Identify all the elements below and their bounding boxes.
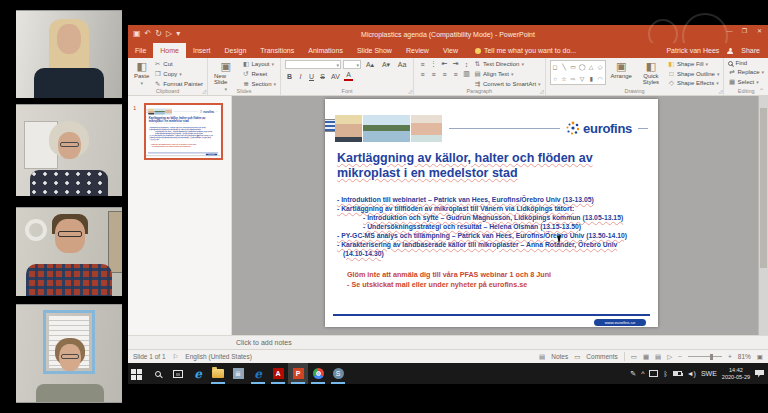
participant-video-2[interactable] — [16, 104, 122, 196]
notes-toggle[interactable]: Notes — [551, 353, 568, 360]
edge-icon[interactable]: e — [188, 363, 208, 384]
select-button[interactable]: ▦Select▾ — [728, 78, 764, 86]
shape-glyph[interactable]: ╲ — [560, 61, 569, 73]
slide-title[interactable]: Kartläggning av källor, halter och flöde… — [337, 151, 639, 181]
format-painter-button[interactable]: ✎Format Painter — [154, 80, 203, 88]
collapse-ribbon-button[interactable]: ⌃ — [759, 87, 764, 94]
decrease-font-button[interactable]: A▾ — [379, 61, 393, 69]
zoom-in-button[interactable]: + — [728, 353, 732, 360]
share-button[interactable]: Share — [741, 47, 760, 54]
powerpoint-icon[interactable]: P — [288, 363, 308, 384]
slide-thumbnail[interactable]: eurofins Kartläggning av källor, halter … — [144, 103, 223, 160]
shape-glyph[interactable]: ◻ — [551, 61, 560, 73]
comments-toggle[interactable]: Comments — [586, 353, 617, 360]
language-indicator[interactable]: SWE — [701, 370, 717, 378]
participant-video-1[interactable] — [16, 10, 122, 98]
edge-blue-icon[interactable]: e — [248, 363, 268, 384]
tab-slide-show[interactable]: Slide Show — [350, 43, 399, 58]
shape-glyph[interactable]: ▭ — [569, 61, 578, 73]
start-icon[interactable] — [128, 363, 148, 384]
shapes-gallery[interactable]: ◻ ╲ ▭ ◯ △ ◇ ○ ☆ — [550, 60, 606, 85]
increase-indent-button[interactable]: ⇥ — [451, 60, 460, 68]
copy-button[interactable]: ❐Copy▾ — [154, 70, 203, 78]
shape-glyph[interactable]: ○ — [551, 73, 560, 85]
show-hidden-icons-chevron[interactable]: ^ — [641, 370, 644, 378]
minimize-button[interactable]: — — [723, 26, 736, 37]
vertical-scrollbar[interactable] — [758, 96, 768, 335]
find-button[interactable]: Find — [728, 60, 764, 66]
tab-design[interactable]: Design — [217, 43, 253, 58]
align-center-button[interactable]: ≡ — [429, 71, 438, 78]
layout-button[interactable]: ◧Layout▾ — [243, 60, 277, 68]
shape-glyph[interactable]: △ — [587, 61, 596, 73]
shape-glyph[interactable]: ◠ — [596, 73, 605, 85]
zoom-slider[interactable] — [688, 356, 722, 357]
fit-to-window-button[interactable]: ▣ — [757, 353, 763, 361]
slide-show-button[interactable]: ▷ — [667, 353, 672, 361]
pen-icon[interactable]: ✎ — [630, 370, 636, 378]
tab-view[interactable]: View — [436, 43, 465, 58]
shape-effects-button[interactable]: ◇Shape Effects▾ — [668, 79, 720, 87]
align-text-button[interactable]: ▤Align Text▾ — [474, 70, 541, 78]
taskbar-clock[interactable]: 14:42 2020-05-29 — [722, 367, 750, 381]
redo-button[interactable]: ↻ — [155, 30, 162, 38]
bold-button[interactable]: B — [285, 73, 294, 80]
notes-pane[interactable]: Click to add notes — [128, 335, 768, 349]
section-button[interactable]: ≣Section▾ — [243, 80, 277, 88]
slide-editing-area[interactable]: eurofins Kartläggning av källor, halter … — [232, 96, 768, 335]
notification-center-icon[interactable] — [755, 370, 764, 378]
arrange-button[interactable]: ▣ Arrange — [609, 60, 634, 86]
new-slide-button[interactable]: ▣ New Slide ▾ — [212, 60, 239, 86]
text-direction-button[interactable]: ⇅Text Direction▾ — [474, 60, 541, 68]
undo-button[interactable]: ↶ — [145, 30, 152, 38]
tab-home[interactable]: Home — [153, 43, 186, 58]
participant-video-4[interactable] — [16, 304, 122, 403]
shape-glyph[interactable]: ⇨ — [569, 73, 578, 85]
increase-font-button[interactable]: A▴ — [363, 61, 377, 69]
document-app-icon[interactable]: ≣ — [228, 363, 248, 384]
shape-glyph[interactable]: ☆ — [560, 73, 569, 85]
slide-body-textbox[interactable]: - Introduktion till webinariet – Patrick… — [149, 127, 214, 148]
circle-app-icon[interactable]: S — [328, 363, 348, 384]
scrollbar-thumb[interactable] — [760, 108, 767, 268]
italic-button[interactable]: I — [296, 73, 305, 80]
dialog-launcher[interactable]: ◿ — [408, 88, 412, 94]
qat-customize-button[interactable]: ▾ — [176, 30, 180, 38]
tab-animations[interactable]: Animations — [301, 43, 350, 58]
slide-body-textbox[interactable]: - Introduktion till webinariet – Patrick… — [337, 196, 629, 289]
paste-button[interactable]: ◧ Paste ▾ — [132, 60, 151, 86]
participant-video-3[interactable] — [16, 207, 122, 296]
language-status[interactable]: English (United States) — [185, 353, 251, 360]
slide[interactable]: eurofins Kartläggning av källor, halter … — [325, 99, 658, 327]
replace-button[interactable]: ⇄Replace▾ — [728, 68, 764, 76]
reading-view-button[interactable]: ▤ — [655, 353, 661, 361]
strikethrough-button[interactable]: S — [318, 73, 327, 80]
bullets-button[interactable]: ≡ — [418, 61, 427, 68]
dialog-launcher[interactable]: ◿ — [719, 88, 723, 94]
font-size-combobox[interactable]: ▾ — [343, 60, 361, 69]
dialog-launcher[interactable]: ◿ — [540, 88, 544, 94]
file-explorer-icon[interactable] — [208, 363, 228, 384]
zoom-level[interactable]: 81% — [738, 353, 751, 360]
save-button[interactable]: ▣ — [133, 30, 141, 38]
close-button[interactable]: ✕ — [753, 26, 766, 37]
zoom-slider-thumb[interactable] — [710, 354, 713, 360]
task-view-icon[interactable] — [168, 363, 188, 384]
tab-review[interactable]: Review — [399, 43, 436, 58]
notes-placeholder[interactable]: Click to add notes — [236, 339, 292, 346]
change-case-button[interactable]: Aa — [395, 61, 409, 68]
cut-button[interactable]: ✂Cut — [154, 60, 203, 68]
numbering-button[interactable]: ⋮ — [429, 60, 438, 68]
tab-transitions[interactable]: Transitions — [253, 43, 301, 58]
acrobat-icon[interactable]: A — [268, 363, 288, 384]
reset-button[interactable]: ↺Reset — [243, 70, 277, 78]
tab-insert[interactable]: Insert — [186, 43, 218, 58]
account-name[interactable]: Patrick van Hees — [666, 47, 719, 54]
search-icon[interactable] — [148, 363, 168, 384]
speaker-icon[interactable]: ◄) — [687, 370, 696, 378]
shape-glyph[interactable]: ▽ — [578, 73, 587, 85]
normal-view-button[interactable]: ▭ — [631, 353, 637, 361]
align-left-button[interactable]: ≡ — [418, 71, 427, 78]
slide[interactable]: eurofins Kartläggning av källor, halter … — [146, 105, 220, 156]
battery-icon[interactable] — [673, 371, 682, 376]
